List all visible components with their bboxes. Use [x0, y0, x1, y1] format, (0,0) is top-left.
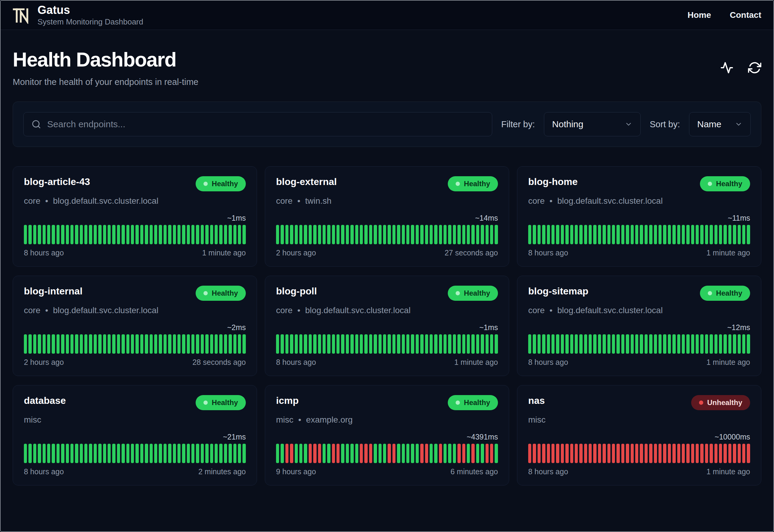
- history-bar: [224, 225, 227, 244]
- latency: ~12ms: [528, 323, 750, 332]
- history-bar: [696, 225, 699, 244]
- history-bar: [43, 225, 46, 244]
- meta-bullet: •: [549, 306, 552, 315]
- history-bar: [318, 225, 321, 244]
- history-bar: [547, 225, 550, 244]
- history-bar: [103, 444, 106, 463]
- history-bar: [196, 225, 199, 244]
- history-bar: [43, 334, 46, 354]
- history-bar: [603, 225, 606, 244]
- history-bar: [663, 225, 666, 244]
- history-bar: [649, 334, 652, 354]
- history-bar: [528, 225, 531, 244]
- history-bar: [551, 225, 554, 244]
- history-bar: [565, 444, 568, 463]
- history-bar: [714, 334, 717, 354]
- history-bar: [57, 225, 60, 244]
- history-bar: [112, 334, 115, 354]
- endpoint-card[interactable]: icmp Healthy misc • example.org ~4391ms …: [265, 385, 509, 485]
- history-bar: [323, 444, 326, 463]
- history-bar: [89, 334, 92, 354]
- history-bar: [173, 444, 176, 463]
- history-bar: [430, 225, 433, 244]
- newest-label: 28 seconds ago: [192, 358, 246, 367]
- history-bar: [168, 334, 171, 354]
- history-bar: [439, 444, 442, 463]
- history-bar: [140, 444, 143, 463]
- history-bar: [388, 334, 391, 354]
- history-bar: [710, 334, 713, 354]
- endpoint-card[interactable]: blog-sitemap Healthy core • blog.default…: [517, 276, 761, 376]
- history-bar: [659, 334, 662, 354]
- endpoint-card[interactable]: blog-article-43 Healthy core • blog.defa…: [13, 166, 257, 267]
- history-bar: [733, 334, 736, 354]
- endpoint-card[interactable]: database Healthy misc ~21ms 8 hours ago …: [13, 385, 257, 485]
- endpoint-card[interactable]: blog-poll Healthy core • blog.default.sv…: [265, 276, 509, 376]
- history-bar: [462, 444, 465, 463]
- history-bar: [210, 225, 213, 244]
- endpoint-name: blog-internal: [24, 286, 83, 297]
- history-bar: [242, 444, 246, 463]
- history-bar: [742, 225, 745, 244]
- history-bar: [364, 444, 367, 463]
- history-bar: [457, 225, 460, 244]
- history-bar: [57, 444, 60, 463]
- history-bar: [52, 334, 55, 354]
- history-bar: [724, 225, 727, 244]
- history-bar: [471, 225, 474, 244]
- history-bar: [406, 334, 409, 354]
- nav-link-contact[interactable]: Contact: [730, 10, 761, 20]
- oldest-label: 8 hours ago: [24, 467, 64, 476]
- history-bar: [38, 225, 41, 244]
- history-bar: [28, 334, 31, 354]
- history-bar: [341, 444, 344, 463]
- history-bar: [47, 444, 50, 463]
- brand-title: Gatus: [37, 4, 143, 17]
- latency: ~10000ms: [528, 433, 750, 441]
- history-bar: [476, 334, 479, 354]
- nav-links: Home Contact: [688, 10, 761, 20]
- history-bar: [457, 444, 460, 463]
- history-bar: [402, 444, 405, 463]
- meta-bullet: •: [297, 196, 300, 206]
- history-bar: [434, 334, 437, 354]
- status-badge: Healthy: [448, 286, 498, 301]
- search-box[interactable]: [23, 112, 492, 136]
- history-bar: [205, 334, 208, 354]
- history-bar: [215, 444, 218, 463]
- endpoint-card[interactable]: blog-home Healthy core • blog.default.sv…: [517, 166, 761, 267]
- history-bar: [579, 225, 582, 244]
- activity-icon[interactable]: [720, 61, 733, 74]
- filter-by-select[interactable]: Nothing: [544, 112, 641, 136]
- history-bar: [224, 334, 227, 354]
- refresh-icon[interactable]: [748, 61, 761, 74]
- newest-label: 6 minutes ago: [450, 467, 498, 476]
- status-label: Healthy: [212, 180, 238, 188]
- sort-by-select[interactable]: Name: [689, 112, 751, 136]
- endpoint-group: core: [276, 306, 292, 315]
- card-head: blog-article-43 Healthy: [24, 176, 246, 191]
- history-bar: [126, 225, 129, 244]
- history-bar: [304, 225, 307, 244]
- history-bar: [164, 334, 167, 354]
- history-bar: [374, 444, 377, 463]
- endpoint-card[interactable]: blog-internal Healthy core • blog.defaul…: [13, 276, 257, 376]
- search-input[interactable]: [47, 119, 484, 130]
- history-bar: [135, 225, 138, 244]
- nav-link-home[interactable]: Home: [688, 10, 711, 20]
- latency: ~1ms: [24, 214, 246, 222]
- endpoint-card[interactable]: blog-external Healthy core • twin.sh ~14…: [265, 166, 509, 267]
- history-bar: [486, 444, 489, 463]
- history-bar: [374, 225, 377, 244]
- endpoint-name: blog-poll: [276, 286, 317, 297]
- history-bar: [126, 444, 129, 463]
- history-bar: [80, 225, 83, 244]
- history-bar: [159, 334, 162, 354]
- endpoint-card[interactable]: nas Unhealthy misc ~10000ms 8 hours ago …: [517, 385, 761, 485]
- history-bar: [672, 225, 675, 244]
- history-bar: [47, 334, 50, 354]
- history-bar: [177, 444, 180, 463]
- history-bar: [719, 334, 722, 354]
- oldest-label: 8 hours ago: [528, 467, 568, 476]
- card-head: blog-external Healthy: [276, 176, 498, 191]
